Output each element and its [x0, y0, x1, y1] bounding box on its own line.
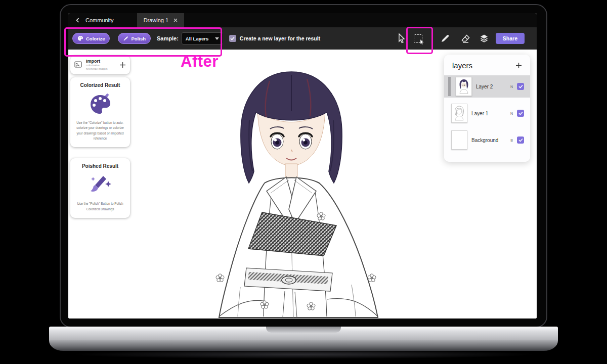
annotation-highlight-marquee: [406, 27, 433, 54]
laptop-shadow: [71, 350, 536, 359]
layer-visibility-checkbox[interactable]: [517, 83, 524, 90]
new-layer-checkbox[interactable]: [229, 35, 236, 42]
layer-name: Layer 2: [476, 84, 493, 89]
layer-badge: N: [510, 112, 513, 115]
pencil-icon: [441, 34, 450, 43]
polished-result-title: Poished Result: [74, 163, 126, 169]
new-layer-label: Create a new layer for the result: [240, 35, 320, 41]
plus-icon: [119, 62, 126, 68]
back-button[interactable]: [68, 13, 81, 27]
import-subtitle: colorization reference images: [86, 64, 112, 71]
layer-name: Layer 1: [471, 111, 488, 116]
layer-row-layer-1[interactable]: Layer 1 N: [444, 102, 530, 124]
workspace: Import colorization reference images Col…: [68, 50, 537, 318]
polished-result-card: Poished Result Use the "Polish" Button t…: [70, 158, 130, 218]
layer-name: Background: [471, 138, 498, 143]
layer-visibility-checkbox[interactable]: [517, 110, 524, 117]
layers-icon: [480, 34, 489, 43]
eraser-icon: [461, 34, 470, 43]
check-icon: [518, 138, 523, 142]
app-window: Community Drawing 1 Colorize Polish Samp…: [68, 13, 537, 318]
colorized-result-description: Use the "Colorize" button to auto-colori…: [74, 120, 126, 142]
select-tool[interactable]: [397, 33, 406, 43]
back-arrow-icon: [75, 17, 81, 23]
import-title: Import: [86, 59, 112, 64]
check-icon: [518, 84, 523, 88]
layer-badge: B: [510, 139, 513, 142]
add-layer-button[interactable]: [515, 62, 522, 69]
title-bar: Community Drawing 1: [68, 13, 537, 27]
layer-thumbnail: [451, 130, 467, 150]
selected-layer-indicator: [448, 77, 451, 96]
laptop-lid-notch: [266, 327, 341, 333]
plus-icon: [515, 62, 522, 69]
layer-visibility-checkbox[interactable]: [517, 136, 524, 144]
layer-badge: N: [510, 85, 513, 88]
brush-sparkle-icon: [88, 174, 112, 198]
community-label[interactable]: Community: [85, 13, 114, 27]
left-panel: Import colorization reference images Col…: [70, 56, 130, 218]
close-icon[interactable]: [174, 18, 178, 22]
layers-panel-title: layers: [452, 61, 472, 70]
pencil-tool[interactable]: [441, 34, 450, 43]
tab-title: Drawing 1: [144, 17, 169, 23]
import-add-button[interactable]: [119, 62, 126, 68]
colorized-result-card: Colorized Result Use the "Colorize" butt…: [70, 77, 130, 148]
tab-drawing-1[interactable]: Drawing 1: [137, 13, 185, 27]
layer-thumbnail: [456, 77, 472, 96]
layer-thumbnail: [451, 104, 467, 123]
layers-panel: layers Layer 2 N: [444, 55, 530, 162]
annotation-after-label: After: [181, 53, 219, 71]
polished-result-description: Use the "Polish" Button to Polish Colori…: [74, 201, 126, 212]
layer-row-background[interactable]: Background B: [444, 129, 530, 151]
check-icon: [518, 111, 523, 115]
colorized-result-title: Colorized Result: [74, 82, 126, 88]
eraser-tool[interactable]: [461, 34, 470, 43]
palette-brush-icon: [88, 93, 112, 117]
check-icon: [230, 36, 235, 40]
layer-row-layer-2[interactable]: Layer 2 N: [444, 75, 530, 98]
layers-tool[interactable]: [480, 34, 489, 43]
share-button[interactable]: Share: [496, 33, 525, 44]
laptop-base-bottom: [49, 340, 558, 351]
cursor-icon: [397, 33, 406, 43]
image-import-icon: [74, 61, 83, 69]
import-card[interactable]: Import colorization reference images: [70, 56, 130, 74]
